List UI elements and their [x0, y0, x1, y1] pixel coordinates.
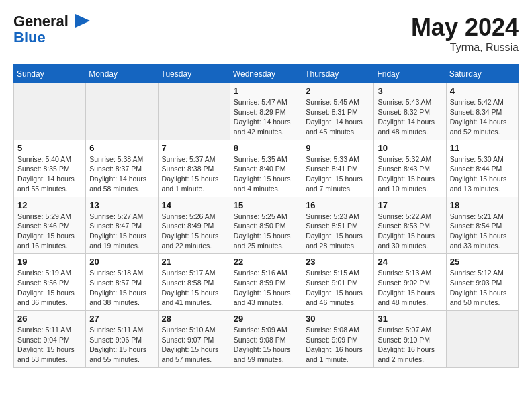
day-info: Sunrise: 5:29 AMSunset: 8:46 PMDaylight:… — [17, 212, 82, 251]
day-cell: 10Sunrise: 5:32 AMSunset: 8:43 PMDayligh… — [374, 140, 446, 197]
day-cell: 29Sunrise: 5:09 AMSunset: 9:08 PMDayligh… — [230, 311, 302, 368]
day-number: 26 — [17, 314, 82, 324]
day-cell: 22Sunrise: 5:16 AMSunset: 8:59 PMDayligh… — [230, 254, 302, 311]
calendar-header-row: Sunday Monday Tuesday Wednesday Thursday… — [14, 65, 519, 83]
day-cell: 26Sunrise: 5:11 AMSunset: 9:04 PMDayligh… — [14, 311, 86, 368]
calendar-title: May 2024 — [411, 13, 519, 42]
day-info: Sunrise: 5:18 AMSunset: 8:57 PMDaylight:… — [89, 268, 154, 308]
week-row-4: 19Sunrise: 5:19 AMSunset: 8:56 PMDayligh… — [14, 254, 519, 311]
day-number: 5 — [17, 143, 82, 153]
day-info: Sunrise: 5:08 AMSunset: 9:09 PMDaylight:… — [306, 325, 370, 365]
day-info: Sunrise: 5:42 AMSunset: 8:34 PMDaylight:… — [450, 97, 515, 137]
day-cell: 27Sunrise: 5:11 AMSunset: 9:06 PMDayligh… — [86, 311, 158, 368]
day-number: 10 — [378, 143, 442, 153]
header-tuesday: Tuesday — [158, 65, 230, 83]
day-cell: 6Sunrise: 5:38 AMSunset: 8:37 PMDaylight… — [86, 140, 158, 197]
day-info: Sunrise: 5:30 AMSunset: 8:44 PMDaylight:… — [450, 154, 515, 194]
logo: General Blue — [13, 13, 90, 46]
day-cell — [86, 83, 158, 140]
day-info: Sunrise: 5:11 AMSunset: 9:06 PMDaylight:… — [89, 325, 154, 365]
day-cell: 23Sunrise: 5:15 AMSunset: 9:01 PMDayligh… — [302, 254, 374, 311]
day-info: Sunrise: 5:09 AMSunset: 9:08 PMDaylight:… — [234, 325, 298, 365]
day-info: Sunrise: 5:17 AMSunset: 8:58 PMDaylight:… — [162, 268, 226, 308]
day-cell: 8Sunrise: 5:35 AMSunset: 8:40 PMDaylight… — [230, 140, 302, 197]
title-block: May 2024 Tyrma, Russia — [411, 13, 519, 54]
day-cell: 13Sunrise: 5:27 AMSunset: 8:47 PMDayligh… — [86, 197, 158, 254]
day-cell — [14, 83, 86, 140]
day-info: Sunrise: 5:21 AMSunset: 8:54 PMDaylight:… — [450, 212, 515, 251]
day-number: 9 — [306, 143, 370, 153]
header-friday: Friday — [374, 65, 446, 83]
day-info: Sunrise: 5:35 AMSunset: 8:40 PMDaylight:… — [234, 154, 298, 194]
day-number: 14 — [162, 200, 226, 210]
day-info: Sunrise: 5:27 AMSunset: 8:47 PMDaylight:… — [89, 212, 154, 251]
header-thursday: Thursday — [302, 65, 374, 83]
week-row-3: 12Sunrise: 5:29 AMSunset: 8:46 PMDayligh… — [14, 197, 519, 254]
day-cell: 20Sunrise: 5:18 AMSunset: 8:57 PMDayligh… — [86, 254, 158, 311]
day-cell — [158, 83, 230, 140]
day-cell: 21Sunrise: 5:17 AMSunset: 8:58 PMDayligh… — [158, 254, 230, 311]
day-number: 7 — [162, 143, 226, 153]
day-number: 1 — [234, 86, 298, 96]
day-number: 25 — [450, 257, 515, 267]
day-info: Sunrise: 5:16 AMSunset: 8:59 PMDaylight:… — [234, 268, 298, 308]
day-number: 31 — [378, 314, 442, 324]
logo-icon — [70, 14, 90, 29]
day-number: 27 — [89, 314, 154, 324]
day-cell: 15Sunrise: 5:25 AMSunset: 8:50 PMDayligh… — [230, 197, 302, 254]
header-sunday: Sunday — [14, 65, 86, 83]
logo-text: General — [13, 13, 69, 30]
logo-blue: Blue — [13, 30, 46, 46]
day-number: 17 — [378, 200, 442, 210]
day-number: 2 — [306, 86, 370, 96]
day-cell: 3Sunrise: 5:43 AMSunset: 8:32 PMDaylight… — [374, 83, 446, 140]
day-info: Sunrise: 5:33 AMSunset: 8:41 PMDaylight:… — [306, 154, 370, 194]
day-info: Sunrise: 5:25 AMSunset: 8:50 PMDaylight:… — [234, 212, 298, 251]
header-wednesday: Wednesday — [230, 65, 302, 83]
day-info: Sunrise: 5:47 AMSunset: 8:29 PMDaylight:… — [234, 97, 298, 137]
day-cell: 9Sunrise: 5:33 AMSunset: 8:41 PMDaylight… — [302, 140, 374, 197]
day-cell: 7Sunrise: 5:37 AMSunset: 8:38 PMDaylight… — [158, 140, 230, 197]
day-info: Sunrise: 5:10 AMSunset: 9:07 PMDaylight:… — [162, 325, 226, 365]
day-info: Sunrise: 5:07 AMSunset: 9:10 PMDaylight:… — [378, 325, 442, 365]
day-info: Sunrise: 5:23 AMSunset: 8:51 PMDaylight:… — [306, 212, 370, 251]
day-info: Sunrise: 5:13 AMSunset: 9:02 PMDaylight:… — [378, 268, 442, 308]
day-cell: 31Sunrise: 5:07 AMSunset: 9:10 PMDayligh… — [374, 311, 446, 368]
day-cell: 28Sunrise: 5:10 AMSunset: 9:07 PMDayligh… — [158, 311, 230, 368]
day-cell: 2Sunrise: 5:45 AMSunset: 8:31 PMDaylight… — [302, 83, 374, 140]
day-cell: 11Sunrise: 5:30 AMSunset: 8:44 PMDayligh… — [446, 140, 518, 197]
header-monday: Monday — [86, 65, 158, 83]
day-cell: 5Sunrise: 5:40 AMSunset: 8:35 PMDaylight… — [14, 140, 86, 197]
day-info: Sunrise: 5:11 AMSunset: 9:04 PMDaylight:… — [17, 325, 82, 365]
day-number: 6 — [89, 143, 154, 153]
day-number: 16 — [306, 200, 370, 210]
day-number: 28 — [162, 314, 226, 324]
day-number: 20 — [89, 257, 154, 267]
week-row-2: 5Sunrise: 5:40 AMSunset: 8:35 PMDaylight… — [14, 140, 519, 197]
day-cell: 24Sunrise: 5:13 AMSunset: 9:02 PMDayligh… — [374, 254, 446, 311]
day-number: 11 — [450, 143, 515, 153]
day-cell: 1Sunrise: 5:47 AMSunset: 8:29 PMDaylight… — [230, 83, 302, 140]
day-cell — [446, 311, 518, 368]
day-cell: 4Sunrise: 5:42 AMSunset: 8:34 PMDaylight… — [446, 83, 518, 140]
day-number: 19 — [17, 257, 82, 267]
day-number: 8 — [234, 143, 298, 153]
svg-marker-0 — [75, 14, 90, 28]
day-info: Sunrise: 5:15 AMSunset: 9:01 PMDaylight:… — [306, 268, 370, 308]
day-number: 13 — [89, 200, 154, 210]
day-info: Sunrise: 5:38 AMSunset: 8:37 PMDaylight:… — [89, 154, 154, 194]
day-cell: 14Sunrise: 5:26 AMSunset: 8:49 PMDayligh… — [158, 197, 230, 254]
day-number: 21 — [162, 257, 226, 267]
day-number: 22 — [234, 257, 298, 267]
day-number: 12 — [17, 200, 82, 210]
day-info: Sunrise: 5:45 AMSunset: 8:31 PMDaylight:… — [306, 97, 370, 137]
day-cell: 18Sunrise: 5:21 AMSunset: 8:54 PMDayligh… — [446, 197, 518, 254]
day-cell: 30Sunrise: 5:08 AMSunset: 9:09 PMDayligh… — [302, 311, 374, 368]
day-info: Sunrise: 5:37 AMSunset: 8:38 PMDaylight:… — [162, 154, 226, 194]
day-number: 15 — [234, 200, 298, 210]
day-number: 4 — [450, 86, 515, 96]
day-info: Sunrise: 5:40 AMSunset: 8:35 PMDaylight:… — [17, 154, 82, 194]
day-info: Sunrise: 5:32 AMSunset: 8:43 PMDaylight:… — [378, 154, 442, 194]
day-number: 29 — [234, 314, 298, 324]
day-info: Sunrise: 5:22 AMSunset: 8:53 PMDaylight:… — [378, 212, 442, 251]
